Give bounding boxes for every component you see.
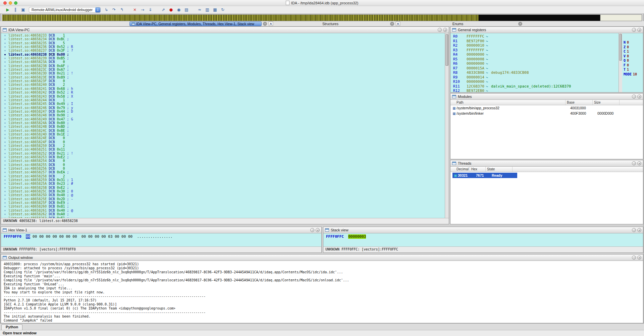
thread-row-selected[interactable]: ▣303217671Ready (452, 173, 517, 178)
register-jump-icon[interactable]: ↪ (486, 39, 488, 43)
close-panel-icon[interactable]: × (637, 256, 641, 260)
column-hex[interactable]: Hex (470, 167, 486, 172)
tracing-icon[interactable]: ≈ (197, 7, 203, 12)
disasm-line[interactable]: libtest.so:48658249 DCB 0x47 ; G (1, 117, 449, 121)
detach-panel-icon[interactable]: ▫ (438, 28, 442, 32)
disasm-line[interactable]: libtest.so:4865823D DCB 0x21 ; ! (1, 71, 449, 75)
stack-view[interactable]: FFFF0FFC 00000003 (323, 233, 643, 246)
disasm-line[interactable]: libtest.so:48658236 DCB 0x52 ; R (1, 45, 449, 49)
continue-process-icon[interactable]: ▶ (5, 7, 11, 12)
hex-dump-view[interactable]: FFFF0FF0 00 00 00 00 00 00 00 00 00 00 0… (1, 233, 321, 246)
detach-panel-icon[interactable]: ▫ (310, 228, 314, 232)
register-row[interactable]: R200000010↪ (450, 43, 643, 48)
close-tab-icon[interactable]: × (390, 22, 394, 26)
register-jump-icon[interactable]: ↪ (486, 89, 488, 92)
tab-enums[interactable]: Enums (402, 21, 513, 26)
close-panel-icon[interactable]: × (637, 161, 641, 165)
column-decimal[interactable]: Decimal (450, 167, 470, 172)
hex-byte[interactable]: 00 (95, 234, 99, 239)
disasm-line[interactable]: libtest.so:48658260 DCB 0x81 ; (1, 205, 449, 208)
detach-panel-icon[interactable]: ▫ (632, 228, 636, 232)
register-row[interactable]: R600000000↪ (450, 61, 643, 66)
disasm-line[interactable]: libtest.so:4865823E DCB 0x89 ; (1, 75, 449, 79)
hex-byte[interactable]: 00 (121, 234, 126, 239)
breakpoint-icon[interactable]: ● (168, 7, 174, 12)
step-over-icon[interactable]: ↷ (111, 7, 117, 12)
detach-debugger-icon[interactable]: ⇗ (160, 7, 166, 12)
hex-byte[interactable]: 00 (72, 234, 77, 239)
tab-desktop-active[interactable]: IDA View-PC, General registers, Modules,… (129, 21, 262, 26)
disasm-line[interactable]: libtest.so:48658253 DCB 0xE2 ; (1, 155, 449, 159)
disasm-line[interactable]: libtest.so:4865825A DCB 0x23 ; # (1, 182, 449, 185)
output-log[interactable]: 40031000: process /system/bin/app_proces… (1, 261, 643, 323)
stack-address[interactable]: FFFF0FFC (326, 234, 344, 239)
disasm-line[interactable]: libtest.so:4865823A DCB 0 (1, 60, 449, 64)
disasm-line[interactable]: libtest.so:48658263 DCB 0xE1 ; (1, 216, 449, 218)
modules-column-header[interactable]: PathBaseSize (450, 100, 643, 105)
disasm-line[interactable]: libtest.so:48658241 DCB 0x68 ; h (1, 87, 449, 91)
disasm-line[interactable]: libtest.so:48658250 DCB 2 (1, 144, 449, 148)
register-jump-icon[interactable]: ↪ (486, 35, 488, 38)
pause-process-icon[interactable]: ‖ (12, 7, 18, 12)
hex-byte[interactable]: 00 (82, 234, 86, 239)
threads-header[interactable]: Threads ▫ × (450, 160, 643, 167)
disasm-line[interactable]: libtest.so:48658254 DCB 0 (1, 159, 449, 163)
disasm-line[interactable]: libtest.so:48658244 DCB 1 (1, 98, 449, 102)
detach-panel-icon[interactable]: ▫ (632, 256, 636, 260)
close-panel-icon[interactable]: × (443, 28, 447, 32)
register-row[interactable]: R900000014↪ (450, 75, 643, 80)
disasm-line[interactable]: libtest.so:48658248 DCB 0x90 ; (1, 113, 449, 117)
disasm-line[interactable]: libtest.so:48658258 DCB 2 (1, 174, 449, 178)
navigation-band[interactable] (2, 14, 642, 21)
watches-icon[interactable]: ▤ (183, 7, 190, 12)
stepper-icon[interactable]: ▲ ▼ (95, 7, 100, 12)
disasm-line[interactable]: libtest.so:4865823B DCB 0xAF ; (1, 64, 449, 68)
hex-address[interactable]: FFFF0FF0 (4, 234, 21, 239)
register-jump-icon[interactable]: ↪ (486, 80, 488, 83)
hex-byte[interactable]: 00 (39, 234, 44, 239)
output-window-header[interactable]: Output window ▫ × (1, 255, 643, 261)
step-into-icon[interactable]: ↳ (103, 7, 109, 12)
hex-byte[interactable]: 00 (88, 234, 93, 239)
register-row[interactable]: R1000000000↪ (450, 79, 643, 84)
hex-byte[interactable]: 03 (108, 234, 112, 239)
disasm-line[interactable]: libtest.so:4865823C DCB 0xA7 ; (1, 68, 449, 71)
memory-regions-icon[interactable]: ▦ (212, 7, 218, 12)
threads-view[interactable]: DecimalHexState ▣303217671Ready (450, 167, 643, 224)
hex-byte[interactable]: 00 (115, 234, 119, 239)
register-row[interactable]: R0FFFFFFFC↪ (450, 34, 643, 39)
close-panel-icon[interactable]: × (637, 95, 641, 99)
disasm-line[interactable]: libtest.so:48658240 DCB 2 (1, 83, 449, 87)
disasm-line[interactable]: libtest.so:48658243 DCB 0x58 ; X (1, 95, 449, 98)
register-jump-icon[interactable]: ↪ (486, 44, 488, 47)
stack-value[interactable]: 00000003 (348, 234, 366, 239)
hex-byte[interactable]: 00 (33, 234, 37, 239)
register-row[interactable]: R84833CB08↪debug174:4833CB08 (450, 70, 643, 75)
register-jump-icon[interactable]: ↪ (486, 75, 488, 79)
detach-panel-icon[interactable]: ▫ (632, 161, 636, 165)
disasm-line[interactable]: libtest.so:48658238 DCB 0x80 ; (1, 53, 449, 56)
disasm-line[interactable]: libtest.so:48658251 DCB 0x11 (1, 148, 449, 151)
disasm-line[interactable]: libtest.so:48658257 DCB 0xEA ; (1, 170, 449, 174)
step-until-icon[interactable]: ⇓ (147, 7, 153, 12)
disasm-line[interactable]: libtest.so:4865825C DCB 0x30 ; 0 (1, 189, 449, 193)
register-row[interactable]: R3FFFFFFFF↪ (450, 48, 643, 53)
disasm-line[interactable]: libtest.so:4865825E DCB 0x2D ; - (1, 197, 449, 201)
close-tab-icon[interactable]: × (518, 22, 522, 26)
stepper-down-icon[interactable]: ▼ (97, 10, 99, 11)
disasm-line[interactable]: libtest.so:48658261 DCB 0x40 ; @ (1, 209, 449, 212)
disasm-line[interactable]: libtest.so:48658247 DCB 0x44 ; D (1, 110, 449, 113)
hex-byte[interactable]: 00 (101, 234, 106, 239)
disasm-line[interactable]: libtest.so:48658262 DCB 0xA0 ; (1, 212, 449, 216)
disasm-line[interactable]: libtest.so:48658245 DCB 0x49 ; I (1, 102, 449, 106)
register-jump-icon[interactable]: ↪ (486, 62, 488, 65)
hex-byte[interactable]: 00 (53, 234, 57, 239)
hex-byte[interactable]: 00 (26, 234, 30, 239)
registers-header[interactable]: General registers ▫ × (450, 27, 643, 33)
disasm-line[interactable]: libtest.so:4865824A DCB 0x80 ; (1, 121, 449, 125)
register-jump-icon[interactable]: ↪ (486, 48, 488, 52)
disasm-line[interactable]: libtest.so:4865825F DCB 0xE9 ; (1, 201, 449, 205)
disasm-line[interactable]: libtest.so:48658246 DCB 0x79 ; y (1, 106, 449, 110)
disasm-line[interactable]: libtest.so:48658252 DCB 0x21 ; ! (1, 152, 449, 155)
hex-byte[interactable]: 00 (128, 234, 132, 239)
